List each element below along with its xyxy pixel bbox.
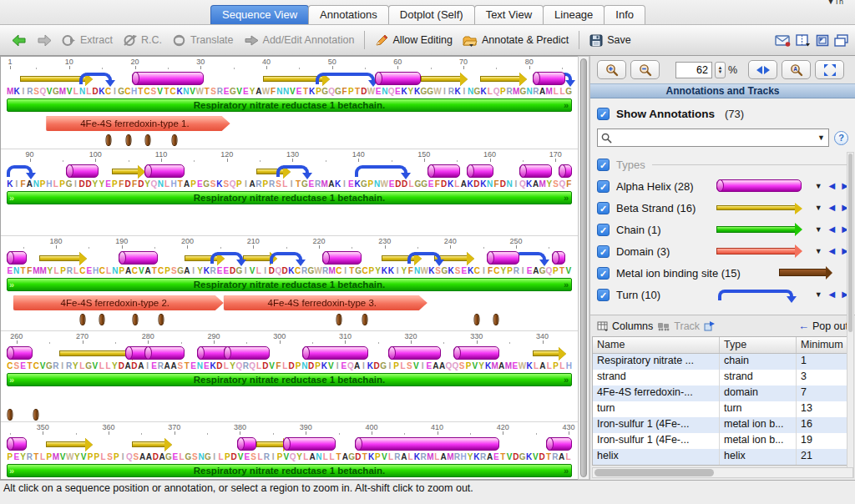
restore-icon[interactable] <box>816 34 829 47</box>
residue[interactable]: Q <box>39 87 46 97</box>
residue[interactable]: E <box>13 452 20 462</box>
residue[interactable]: E <box>151 361 158 371</box>
residue[interactable]: F <box>118 179 124 189</box>
residue[interactable]: A <box>498 361 505 371</box>
column-header-name[interactable]: Name <box>593 337 720 353</box>
residue[interactable]: N <box>526 87 533 97</box>
residue[interactable]: M <box>513 87 519 97</box>
residue[interactable]: L <box>100 452 107 462</box>
residue[interactable]: C <box>295 266 301 276</box>
residue[interactable]: R <box>26 452 33 462</box>
turn-annotation[interactable] <box>210 252 243 264</box>
annotate-predict-button[interactable]: Annotate & Predict <box>458 32 574 49</box>
residue[interactable]: L <box>400 361 407 371</box>
residue[interactable]: M <box>321 179 328 189</box>
annotation-search-input[interactable] <box>615 131 814 144</box>
residue[interactable]: T <box>204 87 210 97</box>
sidebar-scrollbar[interactable] <box>847 152 854 478</box>
residue[interactable]: E <box>86 266 93 276</box>
residue[interactable]: W <box>519 361 526 371</box>
residue[interactable]: S <box>553 179 559 189</box>
turn-annotation[interactable] <box>276 165 309 177</box>
metal-ion-binding-site-annotation[interactable] <box>145 134 151 146</box>
metal-ion-binding-site-annotation[interactable] <box>125 134 131 146</box>
alpha-helix-annotation[interactable] <box>453 346 499 360</box>
tab-sequence-view[interactable]: Sequence View <box>210 5 309 24</box>
residue[interactable]: W <box>381 179 388 189</box>
residue[interactable]: A <box>184 179 190 189</box>
alpha-helix-annotation[interactable] <box>7 251 27 265</box>
residue[interactable]: Q <box>151 179 158 189</box>
columns-button[interactable]: Columns <box>597 320 653 332</box>
residue[interactable]: C <box>132 266 139 276</box>
residue[interactable]: L <box>453 179 460 189</box>
alpha-helix-annotation[interactable] <box>552 251 565 265</box>
residue[interactable]: N <box>374 179 381 189</box>
residue[interactable]: C <box>79 266 86 276</box>
residue[interactable]: H <box>131 87 138 97</box>
residue[interactable]: I <box>59 361 66 371</box>
residue[interactable]: G <box>185 452 192 462</box>
tab-text-view[interactable]: Text View <box>474 5 544 24</box>
residue[interactable]: P <box>500 87 507 97</box>
residue[interactable]: A <box>139 452 146 462</box>
stepper-down-icon[interactable]: ▼ <box>718 70 723 74</box>
alpha-helix-annotation[interactable] <box>283 437 336 451</box>
residue[interactable]: P <box>94 452 100 462</box>
chain-previous-icon[interactable]: ◀ <box>829 225 836 234</box>
residue[interactable]: Q <box>249 361 255 371</box>
residue[interactable]: D <box>262 361 269 371</box>
residue[interactable]: C <box>124 87 131 97</box>
residue[interactable]: G <box>177 266 184 276</box>
residue[interactable]: K <box>382 266 388 276</box>
residue[interactable]: S <box>191 452 198 462</box>
residue[interactable]: D <box>78 179 85 189</box>
alpha-helix-style-dropdown-icon[interactable]: ▼ <box>815 182 822 190</box>
residue[interactable]: L <box>39 452 46 462</box>
residue[interactable]: L <box>223 361 230 371</box>
residue[interactable]: Q <box>452 361 458 371</box>
residue[interactable]: P <box>367 179 374 189</box>
residue[interactable]: V <box>249 266 255 276</box>
metal-ion-binding-site-annotation[interactable] <box>336 314 341 325</box>
residue[interactable]: V <box>190 87 196 97</box>
scrollbar-thumb[interactable] <box>580 58 587 477</box>
residue[interactable]: E <box>105 179 112 189</box>
metal-ion-binding-site-annotation[interactable] <box>7 409 13 421</box>
residue[interactable]: G <box>203 179 210 189</box>
turn-annotation[interactable] <box>407 252 440 264</box>
residue[interactable]: G <box>414 179 421 189</box>
residue[interactable]: L <box>255 266 262 276</box>
residue[interactable]: A <box>440 452 447 462</box>
residue[interactable]: A <box>170 361 177 371</box>
residue[interactable]: D <box>281 266 288 276</box>
metal-ion-binding-site-annotation[interactable] <box>33 409 39 421</box>
residue[interactable]: E <box>341 361 347 371</box>
beta-strand-annotation[interactable] <box>20 76 86 82</box>
residue[interactable]: P <box>164 266 171 276</box>
tab-dotplot-self[interactable]: Dotplot (Self) <box>388 5 475 24</box>
residue[interactable]: V <box>412 361 419 371</box>
residue[interactable]: S <box>223 179 230 189</box>
residue[interactable]: L <box>329 452 336 462</box>
residue[interactable]: P <box>7 452 13 462</box>
residue[interactable]: E <box>203 361 210 371</box>
residue[interactable]: P <box>393 361 400 371</box>
residue[interactable]: P <box>316 87 322 97</box>
residue[interactable]: Y <box>20 452 27 462</box>
residue[interactable]: T <box>336 452 342 462</box>
residue[interactable]: E <box>223 87 230 97</box>
residue[interactable]: P <box>46 452 53 462</box>
scrollbar-thumb[interactable] <box>848 154 852 332</box>
metal-ion-binding-site-checkbox[interactable]: ✓ <box>597 267 610 280</box>
residue[interactable]: G <box>519 452 526 462</box>
alpha-helix-annotation[interactable] <box>428 164 460 178</box>
residue[interactable]: L <box>546 361 553 371</box>
residue[interactable]: R <box>255 179 262 189</box>
residue[interactable]: K <box>485 361 492 371</box>
residue[interactable]: I <box>72 179 78 189</box>
residue[interactable]: Q <box>126 452 133 462</box>
residue[interactable]: I <box>13 179 20 189</box>
residue[interactable]: S <box>210 179 216 189</box>
residue[interactable]: K <box>99 87 105 97</box>
